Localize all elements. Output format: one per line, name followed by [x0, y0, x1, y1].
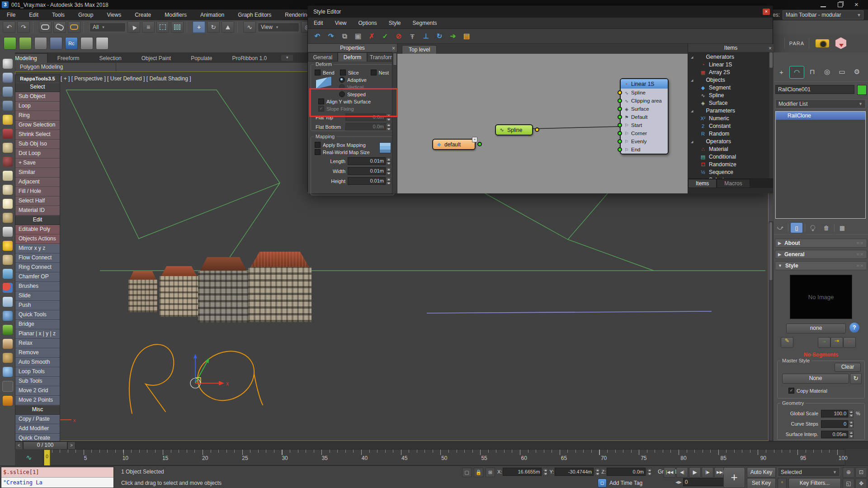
add-time-tag[interactable]: Add Time Tag	[609, 480, 642, 486]
output-port[interactable]	[477, 142, 482, 146]
items-panel-tab[interactable]: Macros	[717, 179, 750, 188]
generator-input-row[interactable]: ⚐ Corner	[621, 129, 668, 137]
ribbon-minimize-icon[interactable]: ▼	[281, 55, 293, 61]
object-color-swatch[interactable]	[857, 85, 867, 95]
rappatools-button[interactable]: Copy / Paste	[15, 415, 60, 424]
spinner[interactable]	[386, 113, 391, 121]
rappatools-button[interactable]: Fill / Hole	[15, 187, 60, 197]
mini-curve-editor-icon[interactable]: ∿	[15, 449, 43, 465]
input-port[interactable]	[618, 139, 622, 144]
light-lister-icon[interactable]	[3, 115, 13, 125]
railclone-plugin-icon[interactable]: Rc	[65, 37, 78, 50]
refresh-icon[interactable]: ↻	[434, 31, 444, 41]
rappatools-button[interactable]: Slide	[15, 291, 60, 301]
import-style-icon[interactable]: →	[818, 337, 830, 348]
flat-field[interactable]: 0.0m	[345, 123, 386, 131]
menu-item[interactable]: Tools	[45, 9, 71, 20]
rappatools-button[interactable]: Sub Object	[15, 92, 60, 102]
pin-stack-icon[interactable]: ⤻	[774, 223, 786, 233]
rappatools-button[interactable]: Loop Tools	[15, 367, 60, 377]
modifier-list-dropdown[interactable]: Modifier List▼	[775, 99, 866, 108]
items-tree-row[interactable]: ◈ Surface	[688, 99, 774, 107]
auto-key-button[interactable]: Auto Key	[747, 467, 776, 478]
rappatools-button[interactable]: Bridge	[15, 320, 60, 329]
grass-icon[interactable]	[3, 325, 13, 335]
copy-icon[interactable]: ⧉	[340, 31, 349, 41]
tab-modify[interactable]: ◠	[789, 66, 804, 79]
rappatools-button[interactable]: Select Half	[15, 197, 60, 206]
items-tree-row[interactable]: ◔ Linear 1S	[688, 61, 774, 69]
grid-plugin-icon[interactable]	[50, 37, 62, 50]
items-tree-row[interactable]: ∴ Material	[688, 145, 774, 153]
table-plugin-icon[interactable]	[96, 37, 108, 50]
map-field[interactable]: 0.01m	[348, 177, 386, 185]
placement-tool-icon[interactable]: ∿	[243, 21, 256, 33]
ribbon-tab[interactable]: Object Paint	[132, 54, 181, 63]
top-level-tab[interactable]: Top level	[402, 45, 437, 54]
halfsphere-icon[interactable]	[3, 185, 13, 195]
geometry-field[interactable]: 0.05m	[821, 431, 848, 438]
rollout-general[interactable]: ▶General⁙⁙	[775, 250, 867, 259]
zoom-extents-icon[interactable]: ⊡	[855, 467, 867, 478]
rappatools-button[interactable]: Move 2 Points	[15, 396, 60, 405]
rappatools-button[interactable]: Relax	[15, 339, 60, 348]
adaptive-radio[interactable]: Adaptive	[339, 77, 367, 83]
tab-hierarchy[interactable]: ⊓	[805, 66, 819, 78]
maxscript-line[interactable]: $.sslice[1]	[1, 467, 113, 478]
generator-input-row[interactable]: ∿ Spline	[621, 89, 668, 97]
menu-item[interactable]: Graph Editors	[231, 9, 278, 20]
undo-icon[interactable]: ↶	[3, 21, 15, 33]
output-port[interactable]	[535, 127, 539, 132]
teapot-icon[interactable]	[3, 59, 13, 69]
items-panel-tab[interactable]: Items	[688, 179, 717, 188]
style-none-button[interactable]: none	[786, 324, 846, 333]
timeline-ruler[interactable]: 0510152025303540455055606570758085909510…	[43, 449, 845, 465]
show-end-result-icon[interactable]: ▯	[790, 222, 803, 233]
rappatools-button[interactable]: Move 2 Grid	[15, 386, 60, 396]
noise-ball-icon[interactable]	[3, 311, 13, 321]
close-icon[interactable]: ×	[392, 44, 395, 52]
selection-lock-icon[interactable]: 🔒	[474, 468, 483, 477]
properties-scrollbar[interactable]	[392, 52, 397, 193]
rappatools-button[interactable]: Adjacent	[15, 178, 60, 187]
rappatools-button[interactable]: Select	[15, 83, 60, 92]
input-port[interactable]	[618, 90, 622, 95]
rappatools-button[interactable]: Brushes	[15, 282, 60, 291]
current-frame-field[interactable]: 0	[683, 478, 725, 486]
range-next-button[interactable]: >	[67, 441, 75, 450]
rappatools-button[interactable]: Misc	[15, 405, 60, 415]
spheres-rb-icon[interactable]	[3, 283, 13, 293]
rappatools-button[interactable]: Flow Connect	[15, 253, 60, 263]
rappatools-button[interactable]: Edit	[15, 216, 60, 225]
rappatools-button[interactable]: + Save	[15, 159, 60, 168]
window-crossing-icon[interactable]	[171, 21, 184, 33]
paste-icon[interactable]: ▣	[353, 31, 363, 41]
bind-to-spacewarp-icon[interactable]	[68, 21, 80, 33]
spinner[interactable]	[543, 468, 548, 476]
items-tree-row[interactable]: ∿ Spline	[688, 92, 774, 99]
para-button[interactable]: PARA	[784, 38, 809, 49]
make-unique-icon[interactable]: ⧬	[807, 223, 819, 233]
maxscript-line[interactable]: "Creating La	[1, 478, 113, 488]
menu-item[interactable]: Modifiers	[158, 9, 193, 20]
rollout-about[interactable]: ▶About⁙⁙	[775, 239, 867, 248]
scatter-plugin-icon[interactable]	[34, 37, 47, 50]
export-icon[interactable]: ➔	[448, 31, 458, 41]
rectangular-region-icon[interactable]	[156, 21, 169, 33]
remove-modifier-icon[interactable]: 🗑	[821, 223, 832, 233]
ribbon-panel-polygon-modeling[interactable]: Polygon Modeling	[15, 63, 116, 72]
zoom-icon[interactable]: ⊕	[843, 467, 854, 478]
copy-material-checkbox[interactable]: ✓Copy Material	[788, 388, 827, 394]
style-editor-close-icon[interactable]: ×	[763, 9, 770, 15]
items-tree-row[interactable]: Parameters	[688, 107, 774, 115]
ox-coin-icon[interactable]	[3, 353, 13, 363]
spline-node[interactable]: ∿ Spline	[495, 124, 533, 136]
teapot-gold-icon[interactable]	[3, 213, 13, 223]
configure-modifier-sets-icon[interactable]: ▦	[836, 223, 848, 233]
generator-input-row[interactable]: ⚑ Default	[621, 113, 668, 121]
menu-item[interactable]: Views	[100, 9, 128, 20]
rappatools-button[interactable]: Quick Tools	[15, 310, 60, 320]
close-icon[interactable]: ×	[769, 44, 772, 52]
cone-icon[interactable]	[3, 227, 13, 237]
spinner[interactable]	[849, 410, 854, 418]
